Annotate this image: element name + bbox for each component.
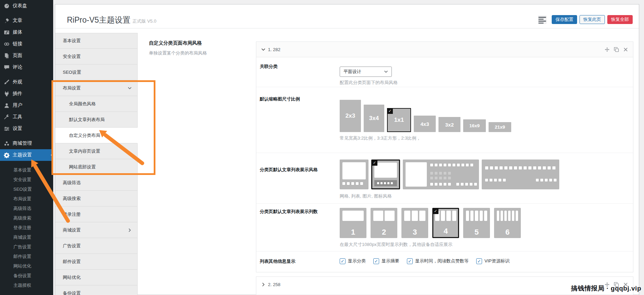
- checkbox-显示摘要[interactable]: ✓显示摘要: [373, 258, 399, 264]
- ratio-option-21x9[interactable]: 21x9: [489, 122, 511, 132]
- ratio-option-3x4[interactable]: 3x4: [364, 105, 384, 132]
- ratio-option-2x3[interactable]: 2x3: [340, 100, 361, 132]
- page-title: RiPro-V5主题设置正式版 V5.0: [67, 15, 156, 25]
- column-count-option-3[interactable]: 3: [401, 208, 428, 238]
- checkbox-显示时间，阅读数点赞数等[interactable]: ✓显示时间，阅读数点赞数等: [407, 258, 469, 264]
- sidebar-item-文章[interactable]: 文章: [0, 15, 53, 26]
- sidebar-subitem-商城设置[interactable]: 商城设置: [0, 233, 53, 242]
- preview-dot: [430, 183, 433, 186]
- category-select[interactable]: 平面设计: [340, 67, 392, 77]
- preview-dot: [360, 182, 363, 185]
- sidebar-subitem-广告设置[interactable]: 广告设置: [0, 242, 53, 252]
- sidebar-item-媒体[interactable]: 媒体: [0, 26, 53, 38]
- column-count-option-6[interactable]: 6: [494, 208, 521, 238]
- ratio-label: 16x9: [469, 123, 480, 128]
- column-count-option-5[interactable]: 5: [463, 208, 490, 238]
- preview-column-block: [501, 211, 503, 221]
- sidebar-item-插件[interactable]: 插件: [0, 88, 53, 99]
- save-config-button[interactable]: 保存配置: [552, 15, 577, 24]
- sidebar-subitem-备份设置[interactable]: 备份设置: [0, 271, 53, 281]
- tab-布局设置[interactable]: 布局设置: [55, 80, 138, 96]
- sidebar-subitem-安全设置[interactable]: 安全设置: [0, 175, 53, 185]
- expand-caret-icon[interactable]: [261, 282, 266, 287]
- preview-image-block: [406, 162, 427, 187]
- sidebar-subitem-高级筛选[interactable]: 高级筛选: [0, 204, 53, 213]
- sidebar-subitem-布局设置[interactable]: 布局设置: [0, 194, 53, 204]
- list-style-option-icon[interactable]: [482, 160, 559, 189]
- sidebar-item-外观[interactable]: 外观: [0, 76, 53, 88]
- sidebar-item-主题设置[interactable]: 主题设置: [0, 149, 53, 161]
- preview-dot: [524, 166, 527, 169]
- preview-column-block: [342, 211, 364, 221]
- column-count-option-2[interactable]: 2: [371, 208, 397, 238]
- preview-dot: [384, 182, 386, 184]
- ratio-option-16x9[interactable]: 16x9: [463, 119, 486, 132]
- panel2-title: 2. 258: [268, 282, 280, 287]
- tab-商城设置[interactable]: 商城设置: [55, 222, 138, 238]
- tab-label: 安全设置: [63, 54, 81, 60]
- preview-dot: [543, 166, 546, 169]
- preview-dot: [453, 164, 455, 166]
- sidebar-item-页面[interactable]: 页面: [0, 50, 53, 61]
- ratio-option-4x3[interactable]: 4x3: [414, 116, 436, 132]
- tab-默认文章列表布局[interactable]: 默认文章列表布局: [55, 112, 138, 128]
- tab-邮件设置[interactable]: 邮件设置: [55, 254, 138, 270]
- tab-基本设置[interactable]: 基本设置: [55, 33, 138, 49]
- sidebar-subitem-网站优化[interactable]: 网站优化: [0, 261, 53, 271]
- sidebar-subitem-高级搜索[interactable]: 高级搜索: [0, 213, 53, 223]
- settings-icon: [4, 126, 10, 132]
- ratio-label: 4x3: [420, 121, 429, 127]
- sidebar-subitem-邮件设置[interactable]: 邮件设置: [0, 252, 53, 261]
- collapse-caret-icon[interactable]: [261, 47, 266, 52]
- watermark: 搞钱情报局 · gqqbj.vip: [571, 284, 641, 293]
- sidebar-item-仪表盘[interactable]: 仪表盘: [0, 0, 53, 12]
- preview-dot: [347, 182, 350, 185]
- collapse-menu-icon-button[interactable]: [538, 15, 547, 24]
- sidebar-item-工具[interactable]: 工具: [0, 111, 53, 123]
- tab-高级搜索[interactable]: 高级搜索: [55, 191, 138, 206]
- sidebar-subitem-登录注册[interactable]: 登录注册: [0, 223, 53, 233]
- list-style-option-grid[interactable]: [340, 160, 368, 189]
- tab-安全设置[interactable]: 安全设置: [55, 49, 138, 64]
- sidebar-item-用户[interactable]: 用户: [0, 99, 53, 111]
- tab-广告设置[interactable]: 广告设置: [55, 238, 138, 254]
- tab-网站底部设置[interactable]: 网站底部设置: [55, 159, 138, 175]
- close-icon[interactable]: [623, 47, 628, 52]
- column-count-option-4[interactable]: 4✓: [432, 208, 459, 238]
- preview-column-block: [516, 211, 518, 221]
- sidebar-item-设置[interactable]: 设置: [0, 123, 53, 134]
- ratio-option-1x1[interactable]: 1x1✓: [387, 108, 411, 132]
- sidebar-subitem-基本设置[interactable]: 基本设置: [0, 165, 53, 175]
- preview-dot: [435, 172, 437, 175]
- preview-dot: [430, 177, 433, 179]
- preview-column-block: [497, 211, 499, 221]
- tab-高级筛选[interactable]: 高级筛选: [55, 175, 138, 191]
- sidebar-item-商城管理[interactable]: 商城管理: [0, 138, 53, 149]
- tab-网站优化[interactable]: 网站优化: [55, 270, 138, 285]
- restore-page-button[interactable]: 恢复此页: [579, 15, 605, 24]
- preview-dot: [448, 164, 451, 166]
- list-style-option-image[interactable]: [403, 160, 479, 189]
- tab-登录注册[interactable]: 登录注册: [55, 206, 138, 222]
- duplicate-icon[interactable]: [614, 47, 619, 52]
- sidebar-subitem-SEO设置[interactable]: SEO设置: [0, 185, 53, 194]
- ratio-option-3x2[interactable]: 3x2: [438, 117, 460, 132]
- preview-dot: [444, 164, 446, 166]
- column-count-option-1[interactable]: 1: [340, 208, 366, 238]
- checkbox-显示分类[interactable]: ✓显示分类: [340, 258, 366, 264]
- tab-备份设置[interactable]: 备份设置: [55, 285, 138, 295]
- sidebar-item-链接[interactable]: 链接: [0, 38, 53, 50]
- checkbox-VIP资源标识[interactable]: ✓VIP资源标识: [476, 258, 510, 264]
- list-style-option-list[interactable]: ✓: [371, 160, 400, 189]
- preview-dot: [456, 183, 459, 186]
- tab-文章内容页设置[interactable]: 文章内容页设置: [55, 143, 138, 159]
- shop-icon: [4, 141, 10, 146]
- tab-全局颜色风格[interactable]: 全局颜色风格: [55, 96, 138, 112]
- sidebar-subitem-主题授权[interactable]: 主题授权: [0, 281, 53, 290]
- preview-dot: [444, 183, 446, 186]
- restore-all-button[interactable]: 恢复全部: [607, 15, 633, 24]
- sidebar-item-评论[interactable]: 评论: [0, 61, 53, 73]
- tab-自定义分类布局[interactable]: 自定义分类布局: [55, 128, 138, 143]
- tab-SEO设置[interactable]: SEO设置: [55, 64, 138, 80]
- move-icon[interactable]: [605, 47, 610, 52]
